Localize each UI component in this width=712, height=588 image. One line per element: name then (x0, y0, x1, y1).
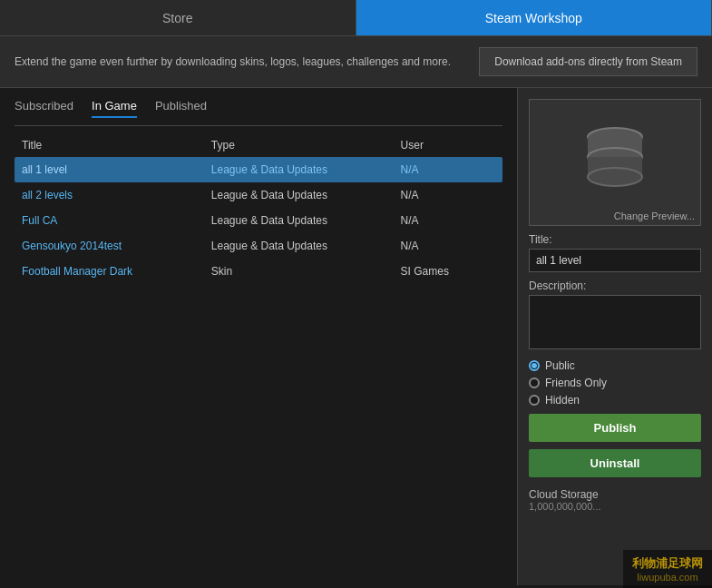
tab-workshop[interactable]: Steam Workshop (356, 0, 713, 35)
radio-hidden[interactable]: Hidden (529, 394, 701, 407)
table-header: Title Type User (15, 135, 502, 155)
cell-user: N/A (401, 240, 495, 252)
banner-text: Extend the game even further by download… (15, 54, 464, 70)
radio-public[interactable]: Public (529, 359, 701, 372)
header-type: Type (211, 139, 401, 152)
title-field-group: Title: (529, 233, 701, 272)
cell-user: N/A (401, 189, 495, 201)
cloud-storage-label: Cloud Storage (529, 488, 701, 501)
cell-title: Football Manager Dark (22, 265, 211, 278)
main-content: Subscribed In Game Published Title Type … (0, 88, 712, 585)
header-user: User (401, 139, 495, 152)
radio-label-hidden: Hidden (545, 394, 580, 407)
sub-tabs: Subscribed In Game Published (15, 99, 502, 126)
cell-title: all 1 level (22, 163, 211, 176)
left-panel: Subscribed In Game Published Title Type … (0, 88, 517, 585)
description-field-group: Description: (529, 279, 701, 352)
cell-user: N/A (401, 163, 495, 176)
cell-type: League & Data Updates (211, 240, 401, 252)
cloud-storage: Cloud Storage 1,000,000,000... (529, 488, 701, 512)
table-row[interactable]: Football Manager Dark Skin SI Games (15, 259, 502, 284)
cloud-storage-value: 1,000,000,000... (529, 501, 701, 512)
tab-in-game[interactable]: In Game (92, 99, 137, 118)
radio-circle-public (529, 360, 540, 371)
table-row[interactable]: Gensoukyo 2014test League & Data Updates… (15, 233, 502, 259)
download-addons-button[interactable]: Download add-ons directly from Steam (479, 47, 697, 76)
radio-label-public: Public (545, 359, 575, 372)
visibility-group: Public Friends Only Hidden (529, 359, 701, 407)
banner: Extend the game even further by download… (0, 36, 712, 88)
cell-title: all 2 levels (22, 189, 211, 201)
database-icon (582, 126, 648, 199)
tab-published[interactable]: Published (155, 99, 207, 118)
table-row[interactable]: all 2 levels League & Data Updates N/A (15, 182, 502, 208)
right-panel: Change Preview... Title: Description: Pu… (517, 88, 712, 585)
radio-label-friends-only: Friends Only (545, 377, 607, 389)
table-row[interactable]: all 1 level League & Data Updates N/A (15, 157, 502, 182)
cell-title: Full CA (22, 214, 211, 227)
publish-button[interactable]: Publish (529, 414, 701, 442)
cell-type: League & Data Updates (211, 214, 401, 227)
title-label: Title: (529, 233, 701, 246)
radio-circle-friends-only (529, 377, 540, 388)
header-title: Title (22, 139, 211, 152)
radio-friends-only[interactable]: Friends Only (529, 377, 701, 389)
table-row[interactable]: Full CA League & Data Updates N/A (15, 208, 502, 233)
tab-store[interactable]: Store (0, 0, 356, 35)
cell-type: Skin (211, 265, 401, 278)
cell-user: N/A (401, 214, 495, 227)
cell-user: SI Games (401, 265, 495, 278)
top-nav: Store Steam Workshop (0, 0, 712, 36)
table-body: all 1 level League & Data Updates N/A al… (15, 157, 502, 284)
svg-point-4 (588, 168, 642, 186)
uninstall-button[interactable]: Uninstall (529, 449, 701, 477)
cell-type: League & Data Updates (211, 189, 401, 201)
radio-circle-hidden (529, 395, 540, 406)
watermark: 利物浦足球网 liwupuba.com (623, 550, 712, 588)
description-input[interactable] (529, 295, 701, 349)
cell-title: Gensoukyo 2014test (22, 240, 211, 252)
cell-type: League & Data Updates (211, 163, 401, 176)
tab-subscribed[interactable]: Subscribed (15, 99, 73, 118)
preview-box: Change Preview... (529, 99, 701, 226)
description-label: Description: (529, 279, 701, 292)
title-input[interactable] (529, 249, 701, 272)
change-preview-label[interactable]: Change Preview... (614, 211, 695, 221)
